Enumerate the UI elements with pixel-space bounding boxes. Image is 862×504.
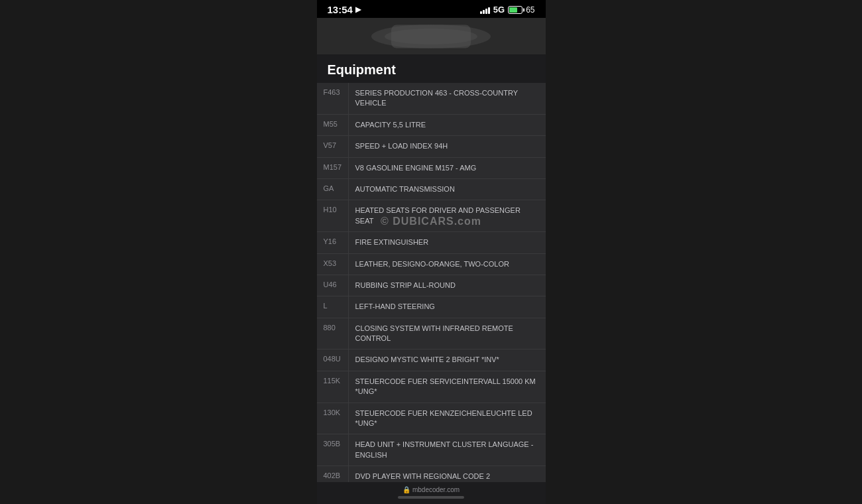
table-row: 305BHEAD UNIT + INSTRUMENT CLUSTER LANGU… <box>317 434 546 466</box>
signal-bars-icon <box>480 6 490 14</box>
equipment-code: F463 <box>317 83 349 114</box>
equipment-code: 880 <box>317 318 349 349</box>
network-type: 5G <box>493 5 505 15</box>
table-row: 048UDESIGNO MYSTIC WHITE 2 BRIGHT *INV* <box>317 349 546 371</box>
equipment-description: CLOSING SYSTEM WITH INFRARED REMOTE CONT… <box>349 318 546 349</box>
section-title: Equipment <box>317 54 546 83</box>
equipment-code: 115K <box>317 371 349 403</box>
equipment-code: H10 <box>317 200 349 231</box>
status-right: 5G 65 <box>480 5 535 15</box>
equipment-description: LEATHER, DESIGNO-ORANGE, TWO-COLOR <box>349 254 546 275</box>
equipment-code: Y16 <box>317 232 349 253</box>
table-row: U46RUBBING STRIP ALL-ROUND <box>317 275 546 296</box>
equipment-code: V57 <box>317 136 349 157</box>
equipment-description: HEATED SEATS FOR DRIVER AND PASSENGER SE… <box>349 200 546 231</box>
url-text: mbdecoder.com <box>412 486 460 493</box>
equipment-code: 130K <box>317 403 349 434</box>
status-bar: 13:54 ▶ 5G 65 <box>317 0 546 18</box>
table-row: 402BDVD PLAYER WITH REGIONAL CODE 2 EURO… <box>317 466 546 482</box>
equipment-description: STEUERCODE FUER SERVICEINTERVALL 15000 K… <box>349 371 546 403</box>
lock-icon: 🔒 <box>402 486 410 493</box>
equipment-code: M55 <box>317 115 349 135</box>
equipment-description: SERIES PRODUCTION 463 - CROSS-COUNTRY VE… <box>349 83 546 114</box>
battery-percent: 65 <box>526 5 534 15</box>
bottom-bar: 🔒 mbdecoder.com <box>317 482 546 504</box>
equipment-code: X53 <box>317 254 349 275</box>
equipment-code: L <box>317 296 349 317</box>
equipment-description: DESIGNO MYSTIC WHITE 2 BRIGHT *INV* <box>349 349 546 370</box>
table-row: F463SERIES PRODUCTION 463 - CROSS-COUNTR… <box>317 83 546 115</box>
svg-rect-0 <box>317 18 546 54</box>
time-text: 13:54 <box>328 4 353 15</box>
table-row: GAAUTOMATIC TRANSMISSION <box>317 179 546 200</box>
equipment-code: 048U <box>317 349 349 370</box>
table-row: 880CLOSING SYSTEM WITH INFRARED REMOTE C… <box>317 318 546 350</box>
location-icon: ▶ <box>355 5 361 14</box>
table-row: M55CAPACITY 5,5 LITRE <box>317 115 546 136</box>
equipment-description: RUBBING STRIP ALL-ROUND <box>349 275 546 296</box>
equipment-description: STEUERCODE FUER KENNZEICHENLEUCHTE LED *… <box>349 403 546 434</box>
svg-point-2 <box>385 29 477 44</box>
table-row: H10HEATED SEATS FOR DRIVER AND PASSENGER… <box>317 200 546 232</box>
equipment-description: V8 GASOLINE ENGINE M157 - AMG <box>349 158 546 178</box>
equipment-description: HEAD UNIT + INSTRUMENT CLUSTER LANGUAGE … <box>349 434 546 466</box>
equipment-description: CAPACITY 5,5 LITRE <box>349 115 546 135</box>
home-indicator[interactable] <box>398 496 464 499</box>
equipment-code: M157 <box>317 158 349 178</box>
equipment-description: AUTOMATIC TRANSMISSION <box>349 179 546 200</box>
table-row: Y16FIRE EXTINGUISHER <box>317 232 546 253</box>
battery-icon <box>508 6 523 14</box>
status-time: 13:54 ▶ <box>328 4 361 15</box>
table-row: V57SPEED + LOAD INDEX 94H <box>317 136 546 157</box>
equipment-description: FIRE EXTINGUISHER <box>349 232 546 253</box>
equipment-code: GA <box>317 179 349 200</box>
hero-image <box>317 18 546 54</box>
table-row: LLEFT-HAND STEERING <box>317 296 546 318</box>
equipment-description: LEFT-HAND STEERING <box>349 296 546 317</box>
battery-fill <box>509 7 517 13</box>
table-row: 115KSTEUERCODE FUER SERVICEINTERVALL 150… <box>317 371 546 403</box>
phone-frame: 13:54 ▶ 5G 65 © DUBICARS.co <box>317 0 546 504</box>
equipment-code: U46 <box>317 275 349 296</box>
table-row: 130KSTEUERCODE FUER KENNZEICHENLEUCHTE L… <box>317 403 546 435</box>
bottom-url: 🔒 mbdecoder.com <box>402 486 460 493</box>
equipment-code: 402B <box>317 466 349 482</box>
table-row: X53LEATHER, DESIGNO-ORANGE, TWO-COLOR <box>317 254 546 275</box>
content-area[interactable]: © DUBICARS.com Equipment F463SERIES PROD… <box>317 54 546 482</box>
table-row: M157V8 GASOLINE ENGINE M157 - AMG <box>317 158 546 179</box>
equipment-table: F463SERIES PRODUCTION 463 - CROSS-COUNTR… <box>317 83 546 482</box>
equipment-description: SPEED + LOAD INDEX 94H <box>349 136 546 157</box>
equipment-description: DVD PLAYER WITH REGIONAL CODE 2 EUROPE,J… <box>349 466 546 482</box>
equipment-code: 305B <box>317 434 349 466</box>
